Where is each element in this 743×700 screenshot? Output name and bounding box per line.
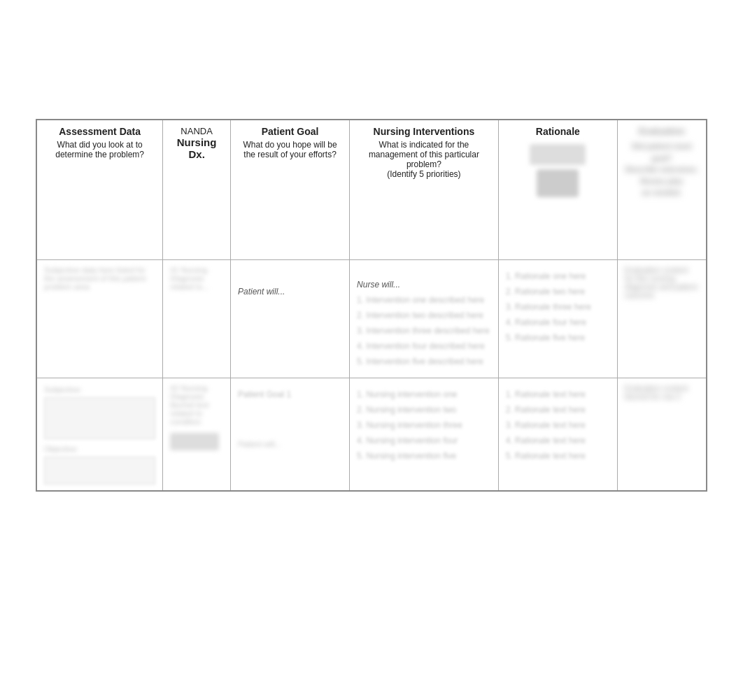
row1-goal-cell: Patient will... <box>231 259 350 378</box>
row1-rationale-item1: 1. Rationale one here <box>506 271 610 281</box>
assessment-header-title: Assessment Data <box>44 126 155 137</box>
row2-rationale-cell: 1. Rationale text here 2. Rationale text… <box>498 378 617 491</box>
rationale-header-title: Rationale <box>506 126 610 137</box>
row1-patient-will: Patient will... <box>238 287 342 297</box>
header-evaluation: Evaluation Did patient meet goal? Descri… <box>617 120 707 259</box>
row2-nursing-item3: 3. Nursing intervention three <box>357 420 491 430</box>
header-nursing: Nursing Interventions What is indicated … <box>350 120 499 259</box>
row1-assessment-blurred: Subjective data here listed for the asse… <box>44 266 155 291</box>
row2-nursing-item5: 5. Nursing intervention five <box>357 451 491 461</box>
row2-assessment-subjective: Subjective: <box>44 385 82 394</box>
goal-header-subtitle: What do you hope will be the result of y… <box>238 140 342 159</box>
row1-rationale-cell: 1. Rationale one here 2. Rationale two h… <box>498 259 617 378</box>
row2-rationale-item2: 2. Rationale text here <box>506 405 610 415</box>
table-row: Subjective data here listed for the asse… <box>36 259 707 378</box>
row2-goal-cell: Patient Goal 1 Patient will... <box>231 378 350 491</box>
assessment-header-subtitle: What did you look at to determine the pr… <box>44 140 155 159</box>
row1-rationale-item5: 5. Rationale five here <box>506 333 610 343</box>
row1-assessment-cell: Subjective data here listed for the asse… <box>36 259 163 378</box>
row1-nursing-cell: Nurse will... 1. Intervention one descri… <box>350 259 499 378</box>
row1-rationale-item4: 4. Rationale four here <box>506 317 610 327</box>
row1-eval-blurred: Evaluation content for this nursing diag… <box>625 266 699 299</box>
row2-assessment-cell: Subjective: Objective: <box>36 378 163 491</box>
row2-nanda-blurred: #2 Nursing Diagnosis blurred text relate… <box>170 384 223 426</box>
row1-nanda-blurred: #1 Nursing Diagnosis related to... <box>170 266 223 291</box>
table-row: Subjective: Objective: #2 Nursing Diagno… <box>36 378 707 491</box>
goal-header-title: Patient Goal <box>238 126 342 137</box>
row2-eval-cell: Evaluation content blurred for row 2 <box>617 378 707 491</box>
row1-nursing-item3: 3. Intervention three described here <box>357 326 491 336</box>
nursing-header-subtitle1: What is indicated for the management of … <box>357 140 491 169</box>
row2-goal-item1: Patient Goal 1 <box>238 390 342 399</box>
row2-nursing-item4: 4. Nursing intervention four <box>357 436 491 445</box>
header-rationale: Rationale <box>498 120 617 259</box>
row1-rationale-item3: 3. Rationale three here <box>506 302 610 312</box>
nursing-header-subtitle2: (Identify 5 priorities) <box>357 169 491 179</box>
nanda-line1: NANDA <box>181 126 213 136</box>
row2-assessment-objective: Objective: <box>44 445 78 453</box>
row1-nursing-item5: 5. Intervention five described here <box>357 357 491 366</box>
row1-nanda-cell: #1 Nursing Diagnosis related to... <box>163 259 231 378</box>
row2-goal-patient-will: Patient will... <box>238 440 342 448</box>
header-assessment: Assessment Data What did you look at to … <box>36 120 163 259</box>
row2-nursing-item1: 1. Nursing intervention one <box>357 390 491 399</box>
row2-eval-blurred: Evaluation content blurred for row 2 <box>625 384 699 401</box>
row2-rationale-item5: 5. Rationale text here <box>506 451 610 461</box>
row2-nanda-cell: #2 Nursing Diagnosis blurred text relate… <box>163 378 231 491</box>
header-goal: Patient Goal What do you hope will be th… <box>231 120 350 259</box>
row2-rationale-item1: 1. Rationale text here <box>506 390 610 399</box>
row2-nursing-item2: 2. Nursing intervention two <box>357 405 491 415</box>
eval-header-content: Evaluation Did patient meet goal? Descri… <box>625 126 699 199</box>
row1-rationale-item2: 2. Rationale two here <box>506 287 610 297</box>
care-plan-table: Assessment Data What did you look at to … <box>36 119 707 492</box>
row1-nursing-item1: 1. Intervention one described here <box>357 295 491 305</box>
row2-rationale-item4: 4. Rationale text here <box>506 436 610 445</box>
row1-nursing-item4: 4. Intervention four described here <box>357 341 491 351</box>
nanda-line2: Nursing <box>177 136 217 148</box>
nursing-header-title: Nursing Interventions <box>357 126 491 137</box>
row1-nurse-will: Nurse will... <box>357 280 491 290</box>
row1-nursing-item2: 2. Intervention two described here <box>357 310 491 320</box>
row2-nursing-cell: 1. Nursing intervention one 2. Nursing i… <box>350 378 499 491</box>
header-nanda: NANDA Nursing Dx. <box>163 120 231 259</box>
row2-rationale-item3: 3. Rationale text here <box>506 420 610 430</box>
row1-eval-cell: Evaluation content for this nursing diag… <box>617 259 707 378</box>
nanda-line3: Dx. <box>188 148 204 160</box>
